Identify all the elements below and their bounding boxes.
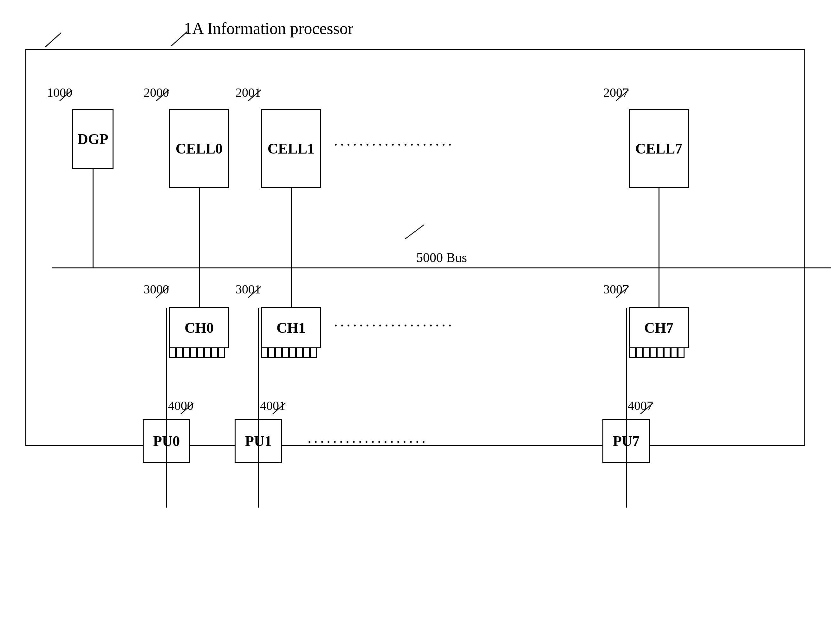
cell0-block: CELL0: [169, 109, 229, 188]
ch7-arrow: [611, 285, 637, 301]
ch0-arrow: [151, 285, 177, 301]
ch1-block: CH1: [261, 307, 321, 348]
cell0-label: CELL0: [176, 140, 223, 157]
pu-dots: ···················: [307, 433, 428, 451]
cell1-arrow: [244, 88, 269, 104]
cell7-vline: [659, 188, 659, 268]
cell1-block: CELL1: [261, 109, 321, 188]
bus-label-text: Bus: [446, 250, 467, 265]
cell7-label: CELL7: [635, 140, 682, 157]
cell7-block: CELL7: [629, 109, 689, 188]
cell0-arrow: [151, 88, 177, 104]
ch0-to-pu0-vline: [166, 446, 167, 508]
ch0-block: CH0: [169, 307, 229, 348]
ch1-vline-top: [291, 268, 292, 307]
ch1-bottom-vline: [258, 308, 259, 446]
cell1-vline: [291, 188, 292, 268]
pu7-arrow: [636, 401, 661, 417]
page-title: 1A Information processor: [184, 19, 353, 38]
bus-line: [52, 268, 831, 268]
bus-label: 5000 Bus: [416, 250, 467, 265]
ch7-to-pu7-vline: [626, 446, 627, 508]
title-arrow: [152, 29, 193, 51]
dgp-label: DGP: [77, 131, 108, 148]
cell1-label: CELL1: [267, 140, 315, 157]
ch0-label: CH0: [185, 319, 214, 336]
cell-dots: ···················: [334, 136, 454, 153]
ch7-bottom-vline: [626, 308, 627, 446]
ch-dots: ···················: [334, 317, 454, 334]
dgp-block: DGP: [72, 109, 113, 169]
dgp-arrow: [55, 88, 80, 104]
ch7-block: CH7: [629, 307, 689, 348]
pu1-arrow: [268, 401, 293, 417]
main-box-arrow: [36, 30, 67, 52]
main-box: 1000 2000 2001 2007 DGP CELL0 CELL1 CELL…: [25, 49, 806, 446]
ch1-comb: [261, 348, 317, 358]
ch0-comb: [169, 348, 225, 358]
ch7-label: CH7: [644, 319, 673, 336]
ch1-to-pu1-vline: [258, 446, 259, 508]
ch7-vline-top: [659, 268, 659, 307]
bus-arrow: [399, 223, 431, 242]
ch1-label: CH1: [277, 319, 306, 336]
title-label: Information processor: [207, 19, 353, 37]
cell0-vline: [199, 188, 200, 268]
pu0-arrow: [176, 401, 201, 417]
ch1-arrow: [244, 285, 269, 301]
ch0-bottom-vline: [166, 308, 167, 446]
ch7-comb: [629, 348, 685, 358]
ch0-vline-top: [199, 268, 200, 307]
cell7-arrow: [611, 88, 637, 104]
dgp-vline: [92, 169, 94, 268]
bus-ref: 5000: [416, 250, 443, 265]
